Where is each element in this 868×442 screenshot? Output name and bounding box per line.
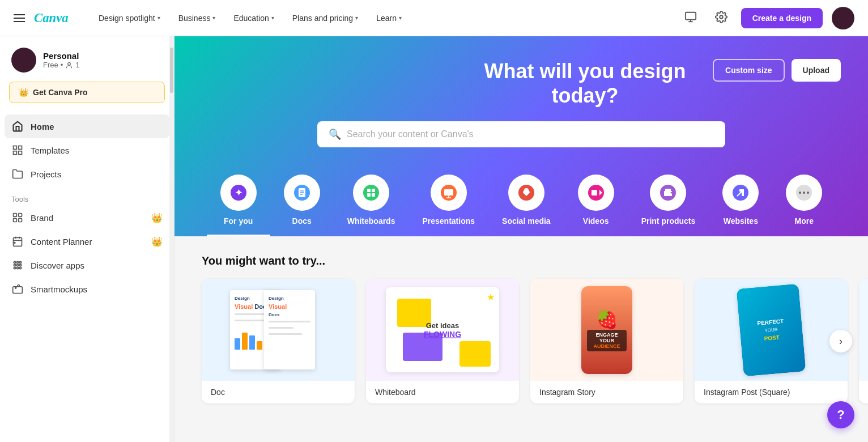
sidebar-user-name: Personal	[43, 51, 80, 61]
category-more[interactable]: More	[772, 165, 836, 236]
content-area: What will you design today? Custom size …	[175, 36, 868, 442]
card-thumb-a4-doc: MIL OLI	[859, 279, 868, 381]
cards-next-button[interactable]: ›	[829, 330, 852, 352]
try-section-title: You might want to try...	[202, 254, 841, 267]
hero-search-row: 🔍	[202, 121, 841, 147]
svg-rect-52	[664, 191, 672, 196]
sidebar-item-smartmockups[interactable]: Smartmockups	[0, 277, 174, 301]
custom-size-button[interactable]: Custom size	[713, 59, 784, 82]
crown-badge-icon: 👑	[151, 212, 163, 223]
svg-rect-1	[686, 12, 696, 19]
svg-rect-10	[14, 214, 17, 217]
sidebar-item-brand[interactable]: Brand 👑	[0, 206, 174, 230]
nav-links: Design spotlight ▾ Business ▾ Education …	[92, 9, 680, 27]
nav-link-plans-pricing[interactable]: Plans and pricing ▾	[286, 9, 365, 27]
svg-point-59	[803, 192, 805, 194]
card-instagram-story[interactable]: 🍓 ENGAGE YOUR AUDIENCE Instagram Story	[530, 279, 683, 403]
card-thumb-instagram-post: PERFECT YOUR POST	[695, 279, 848, 381]
svg-point-24	[19, 264, 21, 266]
card-thumb-instagram-story: 🍓 ENGAGE YOUR AUDIENCE	[530, 279, 683, 381]
category-label-social-media: Social media	[502, 216, 551, 226]
category-print-products[interactable]: Print products	[628, 165, 709, 236]
card-thumb-whiteboard: Get ideas FLOWING ★	[366, 279, 519, 381]
sidebar-scrollbar[interactable]	[169, 36, 174, 442]
card-label-a4-doc: A4 Docu...	[859, 381, 868, 403]
cards-grid: Design Visual Docs	[202, 279, 841, 403]
nav-link-learn[interactable]: Learn ▾	[369, 9, 409, 27]
svg-text:✦: ✦	[234, 187, 242, 198]
discover-apps-icon	[11, 259, 24, 271]
card-a4-doc[interactable]: MIL OLI A4 Docu...	[859, 279, 868, 403]
get-canva-pro-button[interactable]: 👑 Get Canva Pro	[9, 82, 165, 103]
canva-logo[interactable]: Canva	[34, 9, 74, 27]
svg-rect-9	[19, 151, 22, 155]
svg-rect-8	[14, 151, 17, 155]
top-navigation: Canva Design spotlight ▾ Business ▾ Educ…	[0, 0, 868, 36]
svg-rect-43	[444, 189, 453, 196]
svg-point-54	[671, 192, 673, 194]
videos-icon	[578, 175, 614, 211]
card-label-doc: Doc	[202, 381, 355, 403]
nav-link-business[interactable]: Business ▾	[172, 9, 223, 27]
user-avatar[interactable]	[832, 7, 854, 29]
svg-point-26	[16, 267, 18, 269]
smartmockups-icon	[11, 283, 24, 295]
svg-rect-39	[372, 189, 375, 192]
svg-rect-38	[367, 189, 371, 192]
monitor-icon[interactable]	[680, 6, 701, 30]
sidebar-item-discover-apps[interactable]: Discover apps	[0, 253, 174, 277]
card-instagram-post[interactable]: PERFECT YOUR POST Instagram Post (Square…	[695, 279, 848, 403]
chevron-down-icon: ▾	[399, 15, 402, 21]
svg-rect-13	[19, 219, 22, 222]
help-button[interactable]: ?	[827, 401, 854, 428]
search-input[interactable]	[347, 129, 714, 139]
svg-point-5	[68, 62, 71, 65]
svg-rect-11	[19, 214, 22, 217]
category-whiteboards[interactable]: Whiteboards	[334, 165, 409, 236]
nav-link-education[interactable]: Education ▾	[227, 9, 280, 27]
svg-point-25	[14, 267, 15, 269]
category-videos[interactable]: Videos	[564, 165, 628, 236]
card-whiteboard[interactable]: Get ideas FLOWING ★ Whiteboard	[366, 279, 519, 403]
category-label-websites: Websites	[724, 216, 758, 226]
category-social-media[interactable]: Social media	[488, 165, 564, 236]
home-icon	[11, 120, 24, 133]
sidebar-avatar[interactable]	[11, 48, 36, 73]
settings-icon[interactable]	[710, 6, 732, 30]
tools-section-label: Tools	[0, 188, 174, 206]
chevron-down-icon: ▾	[158, 15, 160, 21]
category-for-you[interactable]: ✦ For you	[207, 165, 270, 236]
search-icon: 🔍	[329, 128, 341, 141]
category-label-more: More	[795, 216, 814, 226]
svg-point-19	[14, 261, 15, 263]
category-label-docs: Docs	[292, 216, 312, 226]
category-presentations[interactable]: Presentations	[409, 165, 488, 236]
category-websites[interactable]: Websites	[709, 165, 772, 236]
sidebar-item-content-planner[interactable]: Content Planner 👑	[0, 230, 174, 253]
crown-badge-icon: 👑	[151, 236, 163, 247]
sidebar-item-projects[interactable]: Projects	[5, 162, 169, 186]
svg-point-4	[720, 15, 723, 19]
nav-actions: Create a design	[680, 6, 854, 30]
nav-link-design-spotlight[interactable]: Design spotlight ▾	[92, 9, 167, 27]
svg-point-21	[19, 261, 21, 263]
svg-point-22	[14, 264, 15, 266]
sidebar-item-home[interactable]: Home	[5, 114, 169, 138]
card-doc[interactable]: Design Visual Docs	[202, 279, 355, 403]
svg-text:Canva: Canva	[34, 10, 69, 24]
sidebar-item-templates[interactable]: Templates	[5, 138, 169, 162]
content-planner-icon	[11, 235, 24, 248]
svg-rect-29	[15, 287, 16, 288]
upload-button[interactable]: Upload	[792, 59, 841, 82]
doc-page-2: Design Visual Docs	[264, 290, 315, 369]
sidebar-user-plan: Free • 1	[43, 61, 80, 69]
category-label-videos: Videos	[583, 216, 609, 226]
create-design-button[interactable]: Create a design	[741, 8, 823, 28]
hero-action-buttons: Custom size Upload	[713, 59, 841, 82]
svg-point-58	[799, 192, 801, 194]
social-media-icon	[508, 175, 544, 211]
category-docs[interactable]: Docs	[270, 165, 334, 236]
presentations-icon	[431, 175, 467, 211]
hamburger-menu[interactable]	[14, 14, 25, 22]
card-label-instagram-post: Instagram Post (Square)	[695, 381, 848, 403]
